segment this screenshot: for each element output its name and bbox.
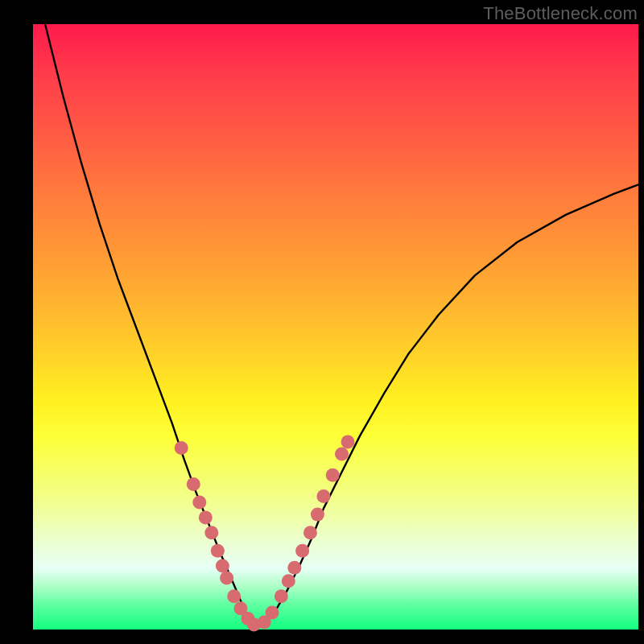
curve-marker xyxy=(287,561,301,575)
curve-marker xyxy=(220,572,233,585)
curve-marker xyxy=(227,589,241,603)
curve-marker xyxy=(326,469,340,482)
curve-marker xyxy=(199,510,213,524)
curve-marker xyxy=(335,447,349,460)
curve-marker xyxy=(311,508,324,522)
curve-markers xyxy=(175,435,355,631)
curve-marker xyxy=(303,526,317,539)
watermark-text: TheBottleneck.com xyxy=(483,3,638,24)
curve-marker xyxy=(175,441,188,455)
plot-area xyxy=(33,24,638,630)
curve-marker xyxy=(295,544,309,558)
curve-marker xyxy=(341,435,355,448)
curve-marker xyxy=(216,559,229,573)
curve-marker xyxy=(275,589,288,603)
outer-frame: TheBottleneck.com xyxy=(0,0,644,644)
curve-marker xyxy=(204,526,218,539)
curve-marker xyxy=(187,477,200,491)
curve-marker xyxy=(192,496,206,510)
curve-marker xyxy=(266,605,279,619)
bottleneck-curve xyxy=(45,24,638,626)
curve-marker xyxy=(316,489,330,503)
chart-svg xyxy=(33,24,638,630)
curve-marker xyxy=(211,544,225,558)
curve-marker xyxy=(282,574,295,588)
